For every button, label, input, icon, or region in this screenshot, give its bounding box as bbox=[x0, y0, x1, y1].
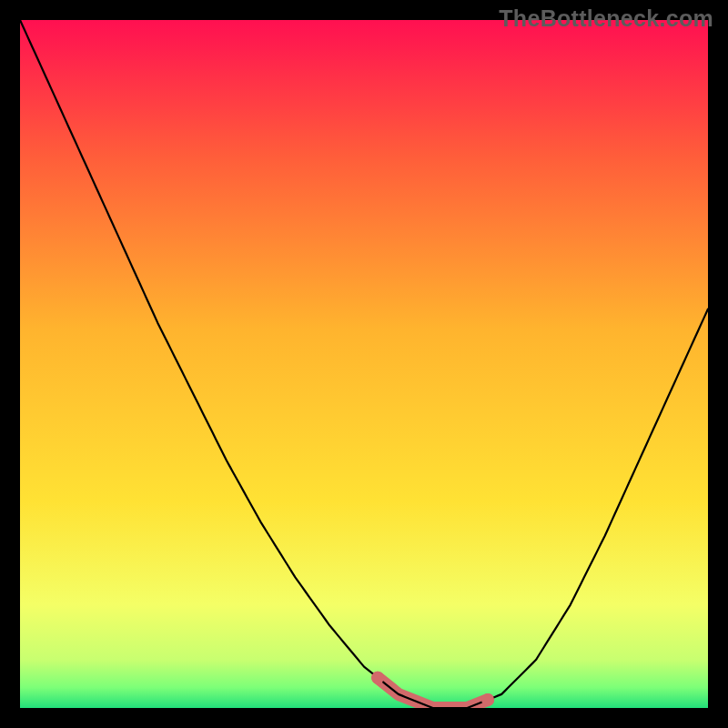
bottleneck-chart bbox=[20, 20, 708, 708]
watermark-text: TheBottleneck.com bbox=[499, 5, 713, 32]
highlight-endpoint-right bbox=[481, 693, 494, 706]
chart-container: TheBottleneck.com bbox=[0, 0, 728, 728]
highlight-endpoint-left bbox=[371, 672, 384, 684]
gradient-background bbox=[20, 20, 708, 708]
